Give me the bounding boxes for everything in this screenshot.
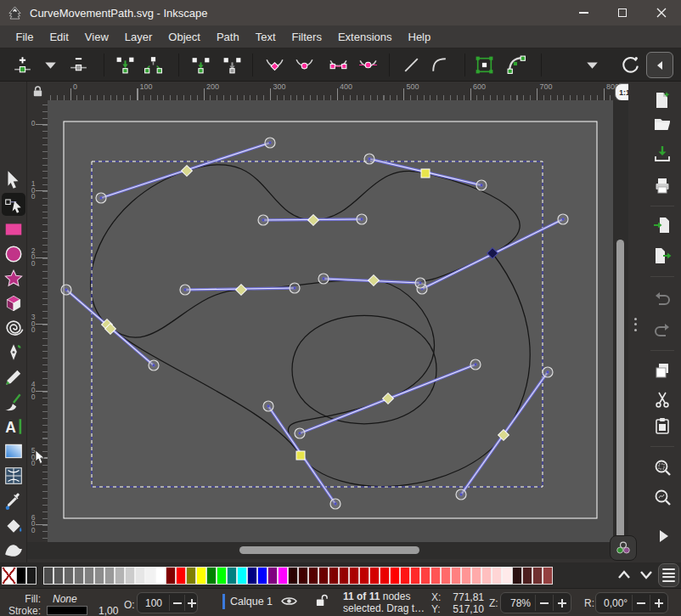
rotation-increase-button[interactable] (650, 593, 667, 613)
palette-scroll-up-button[interactable] (616, 567, 633, 583)
snap-toggle-button[interactable] (620, 54, 641, 76)
insert-node-menu-button[interactable] (40, 54, 61, 76)
palette-swatch[interactable] (94, 567, 104, 585)
zoom-increase-button[interactable] (554, 593, 571, 613)
export-button[interactable] (653, 246, 672, 265)
palette-swatch[interactable] (512, 567, 522, 585)
palette-swatch[interactable] (53, 567, 64, 585)
palette-swatch[interactable] (420, 567, 431, 585)
menu-item-help[interactable]: Help (400, 31, 439, 43)
palette-swatch[interactable] (26, 567, 37, 585)
palette-swatch[interactable] (247, 567, 257, 585)
palette-swatch[interactable] (125, 567, 135, 585)
line-segment-button[interactable] (401, 54, 422, 76)
layer-lock-toggle[interactable] (315, 593, 328, 610)
path-node-selected[interactable] (421, 169, 430, 178)
palette-swatch[interactable] (155, 567, 166, 585)
menu-item-layer[interactable]: Layer (116, 31, 160, 43)
palette-swatch[interactable] (390, 567, 400, 585)
opacity-decrease-button[interactable] (170, 593, 184, 613)
object-to-path-button[interactable] (474, 54, 495, 76)
join-nodes-button[interactable] (115, 54, 136, 76)
palette-swatch[interactable] (451, 567, 461, 585)
zoom-spinbox[interactable]: 78% (500, 592, 571, 613)
symmetric-node-button[interactable] (328, 54, 349, 76)
rotation-decrease-button[interactable] (633, 593, 650, 613)
tool-ellipse[interactable] (3, 244, 24, 264)
horizontal-ruler[interactable]: 0100200300400500600700800 (48, 82, 613, 100)
menu-item-edit[interactable]: Edit (42, 31, 76, 43)
palette-swatch[interactable] (471, 567, 481, 585)
palette-swatch[interactable] (64, 567, 74, 585)
palette-swatch[interactable] (308, 567, 318, 585)
auto-smooth-node-button[interactable] (357, 54, 379, 76)
more-commands-button[interactable] (653, 527, 672, 545)
delete-node-button[interactable] (68, 54, 89, 76)
stroke-to-path-button[interactable] (506, 54, 527, 76)
lock-guides-toggle[interactable] (27, 82, 48, 100)
opacity-spinbox[interactable]: 100 (137, 592, 198, 613)
paste-button[interactable] (653, 416, 672, 435)
horizontal-scrollbar-thumb[interactable] (239, 546, 419, 554)
undo-button[interactable] (653, 289, 672, 308)
palette-swatch[interactable] (16, 567, 26, 585)
zoom-value[interactable]: 78% (510, 597, 531, 609)
palette-swatch[interactable] (359, 567, 369, 585)
palette-swatch[interactable] (461, 567, 471, 585)
rotation-spinbox[interactable]: 0,00° (595, 592, 668, 613)
horizontal-scrollbar[interactable] (48, 542, 613, 559)
palette-swatch[interactable] (135, 567, 145, 585)
palette-swatch[interactable] (298, 567, 308, 585)
palette-swatch[interactable] (329, 567, 339, 585)
path-node-selected[interactable] (296, 451, 305, 460)
palette-swatch[interactable] (532, 567, 543, 585)
palette-swatch[interactable] (288, 567, 298, 585)
menu-item-extensions[interactable]: Extensions (329, 31, 400, 43)
palette-swatch[interactable] (492, 567, 502, 585)
palette-swatch[interactable] (543, 567, 553, 585)
palette-scroll-down-button[interactable] (638, 567, 655, 583)
palette-swatch[interactable] (380, 567, 390, 585)
collapse-toolbar-button[interactable] (646, 52, 673, 78)
tool-mesh-gradient[interactable] (3, 466, 24, 486)
palette-swatch[interactable] (227, 567, 237, 585)
resize-grip-icon[interactable] (634, 314, 637, 334)
tool-rectangle[interactable] (3, 219, 24, 240)
delete-segment-button[interactable] (222, 54, 243, 76)
palette-swatch[interactable] (431, 567, 441, 585)
tool-dropper[interactable] (3, 490, 24, 511)
tool-pencil[interactable] (3, 367, 24, 387)
palette-swatch[interactable] (257, 567, 267, 585)
vertical-scrollbar[interactable] (613, 100, 628, 559)
palette-swatch[interactable] (278, 567, 288, 585)
import-button[interactable] (653, 216, 672, 235)
tool-spiral[interactable] (3, 318, 24, 338)
palette-swatch[interactable] (217, 567, 227, 585)
palette-swatch[interactable] (267, 567, 278, 585)
palette-swatch[interactable] (176, 567, 186, 585)
palette-swatch[interactable] (186, 567, 196, 585)
tool-box-3d[interactable] (3, 293, 24, 314)
close-button[interactable] (642, 0, 681, 25)
tool-gradient[interactable] (3, 441, 24, 461)
tool-paint-bucket[interactable] (3, 515, 24, 535)
new-document-button[interactable] (653, 91, 672, 110)
zoom-decrease-button[interactable] (536, 593, 553, 613)
corner-node-button[interactable] (264, 54, 285, 76)
panel-resize-strip[interactable] (628, 82, 644, 562)
smooth-node-button[interactable] (294, 54, 315, 76)
palette-swatch[interactable] (318, 567, 329, 585)
menu-item-filters[interactable]: Filters (284, 31, 329, 43)
palette-swatch[interactable] (481, 567, 492, 585)
menu-item-path[interactable]: Path (208, 31, 247, 43)
menu-item-file[interactable]: File (8, 31, 42, 43)
palette-swatch[interactable] (115, 567, 125, 585)
tool-node-editor[interactable] (3, 195, 24, 215)
palette-swatch[interactable] (43, 567, 53, 585)
maximize-button[interactable] (603, 0, 642, 25)
curve-segment-button[interactable] (429, 54, 450, 76)
palette-swatch[interactable] (441, 567, 451, 585)
zoom-selection-button[interactable] (653, 458, 672, 477)
palette-swatch[interactable] (206, 567, 217, 585)
palette-swatch[interactable] (196, 567, 206, 585)
